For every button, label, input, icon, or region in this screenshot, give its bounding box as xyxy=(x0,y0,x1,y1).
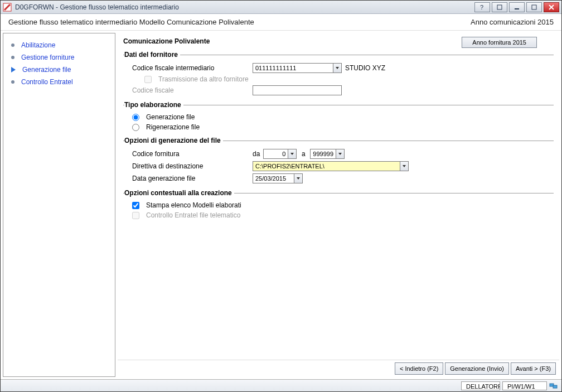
group-legend: Opzioni contestuali alla creazione xyxy=(124,189,234,197)
label-da: da xyxy=(253,150,260,158)
cf-intermediario-combo[interactable]: 011111111111 xyxy=(253,63,342,73)
wizard-item-label: Controllo Entratel xyxy=(21,78,73,86)
wizard-item-generazione-file[interactable]: Generazione file xyxy=(3,64,115,76)
app-icon xyxy=(3,3,12,12)
codice-da-combo[interactable]: 0 xyxy=(263,149,297,159)
svg-text:?: ? xyxy=(480,4,483,11)
bullet-icon xyxy=(11,43,14,47)
controllo-entratel-checkbox xyxy=(132,212,139,219)
status-user: DELLATORR xyxy=(461,381,500,390)
radio-rigenerazione-file[interactable] xyxy=(132,124,139,131)
subtitle-text: Gestione flusso telematico intermediario… xyxy=(8,18,254,26)
group-tipo-elaborazione: Tipo elaborazione Generazione file Rigen… xyxy=(123,101,554,132)
group-opzioni-contestuali: Opzioni contestuali alla creazione Stamp… xyxy=(123,189,554,220)
form-area: Comunicazione Polivalente Anno fornitura… xyxy=(118,33,559,360)
group-legend: Opzioni di generazione del file xyxy=(124,137,223,144)
chevron-down-icon xyxy=(288,149,296,158)
maximize-button[interactable] xyxy=(526,2,542,12)
arrow-right-icon xyxy=(11,67,16,72)
section-title: Comunicazione Polivalente xyxy=(123,35,462,49)
label-stampa-elenco: Stampa elenco Modelli elaborati xyxy=(146,201,241,209)
wizard-item-label: Abilitazione xyxy=(21,41,55,49)
wizard-item-abilitazione[interactable]: Abilitazione xyxy=(3,39,115,51)
wizard-item-gestione-forniture[interactable]: Gestione forniture xyxy=(3,51,115,64)
svg-rect-8 xyxy=(553,385,557,388)
window-title: D0GFORWN - Gestione flusso telematico in… xyxy=(15,3,474,11)
titlebar-buttons: ? xyxy=(474,2,559,12)
generazione-button[interactable]: Generazione (Invio) xyxy=(445,362,509,375)
cf-intermediario-name: STUDIO XYZ xyxy=(345,64,385,72)
chevron-down-icon xyxy=(294,174,302,183)
svg-rect-4 xyxy=(532,5,536,9)
titlebar: D0GFORWN - Gestione flusso telematico in… xyxy=(1,1,561,14)
client-area: Abilitazione Gestione forniture Generazi… xyxy=(1,31,561,379)
subtitle-right: Anno comunicazioni 2015 xyxy=(471,18,554,26)
group-legend: Tipo elaborazione xyxy=(124,101,183,109)
label-a: a xyxy=(300,150,307,158)
status-context: PI/W1/W1 xyxy=(502,381,547,390)
anno-fornitura-button[interactable]: Anno fornitura 2015 xyxy=(462,37,537,48)
help-button[interactable]: ? xyxy=(474,2,490,12)
wizard-panel: Abilitazione Gestione forniture Generazi… xyxy=(3,33,115,377)
stampa-elenco-checkbox[interactable] xyxy=(132,202,139,209)
restore-inner-button[interactable] xyxy=(492,2,507,12)
radio-generazione-file[interactable] xyxy=(132,114,139,121)
label-data-generazione: Data generazione file xyxy=(132,175,249,182)
label-codice-fornitura: Codice fornitura xyxy=(132,150,249,158)
label-generazione-file: Generazione file xyxy=(146,113,195,121)
group-legend: Dati del fornitore xyxy=(124,51,180,59)
app-window: D0GFORWN - Gestione flusso telematico in… xyxy=(0,0,562,392)
monitors-icon xyxy=(549,381,558,390)
wizard-item-label: Gestione forniture xyxy=(21,54,74,61)
statusbar: DELLATORR PI/W1/W1 xyxy=(1,379,561,391)
codice-a-combo[interactable]: 999999 xyxy=(310,149,345,159)
svg-rect-2 xyxy=(497,5,502,9)
bullet-icon xyxy=(11,80,14,84)
form-panel: Comunicazione Polivalente Anno fornitura… xyxy=(118,33,559,377)
bullet-icon xyxy=(11,56,14,59)
label-rigenerazione-file: Rigenerazione file xyxy=(146,123,200,131)
next-button[interactable]: Avanti > (F3) xyxy=(511,362,556,375)
codice-fiscale-input xyxy=(253,85,342,95)
back-button[interactable]: < Indietro (F2) xyxy=(395,362,443,375)
label-trasmissione: Trasmissione da altro fornitore xyxy=(158,75,249,83)
chevron-down-icon xyxy=(400,162,408,171)
subtitle-bar: Gestione flusso telematico intermediario… xyxy=(1,14,561,31)
data-generazione-combo[interactable]: 25/03/2015 xyxy=(253,173,303,183)
label-direttiva: Direttiva di destinazione xyxy=(132,162,249,170)
trasmissione-altro-fornitore-checkbox xyxy=(144,76,152,83)
close-button[interactable] xyxy=(544,2,559,12)
group-opzioni-generazione: Opzioni di generazione del file Codice f… xyxy=(123,137,554,185)
label-codice-fiscale: Codice fiscale xyxy=(132,86,249,94)
group-dati-fornitore: Dati del fornitore Codice fiscale interm… xyxy=(123,51,554,96)
wizard-item-label: Generazione file xyxy=(22,66,71,74)
chevron-down-icon xyxy=(333,64,341,72)
chevron-down-icon xyxy=(336,149,344,158)
wizard-item-controllo-entratel[interactable]: Controllo Entratel xyxy=(3,76,115,88)
label-cf-intermediario: Codice fiscale intermediario xyxy=(132,64,249,72)
minimize-button[interactable] xyxy=(509,2,525,12)
button-row: < Indietro (F2) Generazione (Invio) Avan… xyxy=(118,360,559,377)
direttiva-combo[interactable]: C:\PROFIS2\ENTRATEL\ xyxy=(253,161,409,171)
label-controllo-entratel: Controllo Entratel file telematico xyxy=(146,211,240,219)
